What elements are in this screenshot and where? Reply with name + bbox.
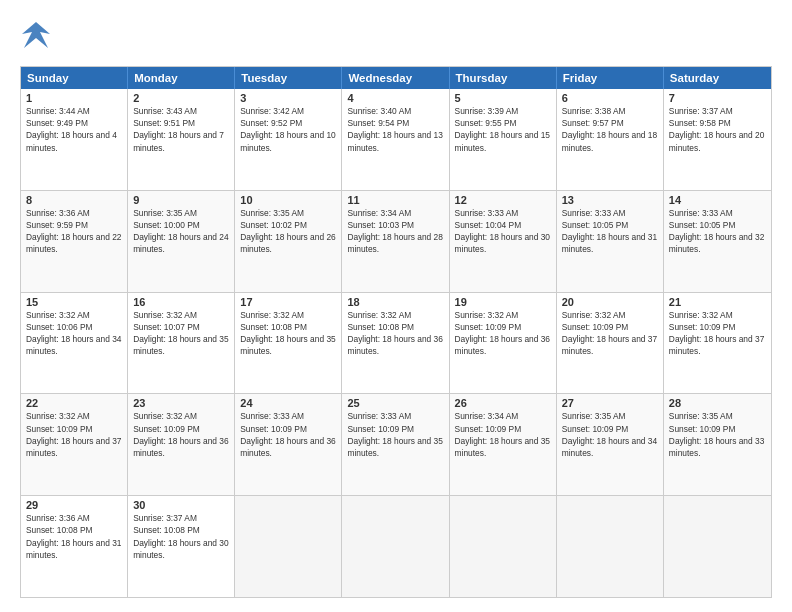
day-info: Sunrise: 3:35 AM Sunset: 10:09 PM Daylig… xyxy=(669,410,766,459)
day-number: 14 xyxy=(669,194,766,206)
svg-marker-0 xyxy=(22,22,50,48)
day-number: 26 xyxy=(455,397,551,409)
day-number: 4 xyxy=(347,92,443,104)
day-info: Sunrise: 3:33 AM Sunset: 10:05 PM Daylig… xyxy=(562,207,658,256)
day-info: Sunrise: 3:32 AM Sunset: 10:09 PM Daylig… xyxy=(455,309,551,358)
day-number: 15 xyxy=(26,296,122,308)
day-cell: 23Sunrise: 3:32 AM Sunset: 10:09 PM Dayl… xyxy=(128,394,235,495)
day-cell: 2Sunrise: 3:43 AM Sunset: 9:51 PM Daylig… xyxy=(128,89,235,190)
day-info: Sunrise: 3:37 AM Sunset: 10:08 PM Daylig… xyxy=(133,512,229,561)
day-info: Sunrise: 3:32 AM Sunset: 10:09 PM Daylig… xyxy=(669,309,766,358)
day-cell: 24Sunrise: 3:33 AM Sunset: 10:09 PM Dayl… xyxy=(235,394,342,495)
day-info: Sunrise: 3:32 AM Sunset: 10:08 PM Daylig… xyxy=(347,309,443,358)
day-number: 25 xyxy=(347,397,443,409)
day-info: Sunrise: 3:33 AM Sunset: 10:05 PM Daylig… xyxy=(669,207,766,256)
day-number: 16 xyxy=(133,296,229,308)
day-number: 12 xyxy=(455,194,551,206)
day-number: 11 xyxy=(347,194,443,206)
day-cell: 17Sunrise: 3:32 AM Sunset: 10:08 PM Dayl… xyxy=(235,293,342,394)
day-cell: 12Sunrise: 3:33 AM Sunset: 10:04 PM Dayl… xyxy=(450,191,557,292)
day-cell: 18Sunrise: 3:32 AM Sunset: 10:08 PM Dayl… xyxy=(342,293,449,394)
day-cell: 21Sunrise: 3:32 AM Sunset: 10:09 PM Dayl… xyxy=(664,293,771,394)
day-number: 13 xyxy=(562,194,658,206)
day-cell: 28Sunrise: 3:35 AM Sunset: 10:09 PM Dayl… xyxy=(664,394,771,495)
day-info: Sunrise: 3:36 AM Sunset: 10:08 PM Daylig… xyxy=(26,512,122,561)
day-number: 3 xyxy=(240,92,336,104)
calendar-week-row: 8Sunrise: 3:36 AM Sunset: 9:59 PM Daylig… xyxy=(21,190,771,292)
day-cell: 15Sunrise: 3:32 AM Sunset: 10:06 PM Dayl… xyxy=(21,293,128,394)
calendar-week-row: 15Sunrise: 3:32 AM Sunset: 10:06 PM Dayl… xyxy=(21,292,771,394)
day-number: 10 xyxy=(240,194,336,206)
calendar-grid: SundayMondayTuesdayWednesdayThursdayFrid… xyxy=(20,66,772,598)
day-info: Sunrise: 3:32 AM Sunset: 10:09 PM Daylig… xyxy=(26,410,122,459)
day-number: 7 xyxy=(669,92,766,104)
day-cell: 5Sunrise: 3:39 AM Sunset: 9:55 PM Daylig… xyxy=(450,89,557,190)
day-number: 2 xyxy=(133,92,229,104)
weekday-header: Friday xyxy=(557,67,664,89)
day-number: 22 xyxy=(26,397,122,409)
day-cell: 8Sunrise: 3:36 AM Sunset: 9:59 PM Daylig… xyxy=(21,191,128,292)
day-info: Sunrise: 3:42 AM Sunset: 9:52 PM Dayligh… xyxy=(240,105,336,154)
weekday-header: Wednesday xyxy=(342,67,449,89)
day-number: 6 xyxy=(562,92,658,104)
day-info: Sunrise: 3:44 AM Sunset: 9:49 PM Dayligh… xyxy=(26,105,122,154)
day-number: 27 xyxy=(562,397,658,409)
day-info: Sunrise: 3:35 AM Sunset: 10:02 PM Daylig… xyxy=(240,207,336,256)
day-info: Sunrise: 3:32 AM Sunset: 10:07 PM Daylig… xyxy=(133,309,229,358)
day-cell: 22Sunrise: 3:32 AM Sunset: 10:09 PM Dayl… xyxy=(21,394,128,495)
day-cell: 14Sunrise: 3:33 AM Sunset: 10:05 PM Dayl… xyxy=(664,191,771,292)
day-number: 21 xyxy=(669,296,766,308)
empty-cell xyxy=(557,496,664,597)
day-info: Sunrise: 3:36 AM Sunset: 9:59 PM Dayligh… xyxy=(26,207,122,256)
calendar-header-row: SundayMondayTuesdayWednesdayThursdayFrid… xyxy=(21,67,771,89)
day-cell: 4Sunrise: 3:40 AM Sunset: 9:54 PM Daylig… xyxy=(342,89,449,190)
day-number: 1 xyxy=(26,92,122,104)
day-number: 17 xyxy=(240,296,336,308)
header xyxy=(20,18,772,56)
empty-cell xyxy=(664,496,771,597)
day-cell: 26Sunrise: 3:34 AM Sunset: 10:09 PM Dayl… xyxy=(450,394,557,495)
day-info: Sunrise: 3:33 AM Sunset: 10:09 PM Daylig… xyxy=(347,410,443,459)
day-cell: 11Sunrise: 3:34 AM Sunset: 10:03 PM Dayl… xyxy=(342,191,449,292)
weekday-header: Saturday xyxy=(664,67,771,89)
day-number: 28 xyxy=(669,397,766,409)
day-info: Sunrise: 3:33 AM Sunset: 10:09 PM Daylig… xyxy=(240,410,336,459)
calendar-week-row: 22Sunrise: 3:32 AM Sunset: 10:09 PM Dayl… xyxy=(21,393,771,495)
day-cell: 30Sunrise: 3:37 AM Sunset: 10:08 PM Dayl… xyxy=(128,496,235,597)
day-cell: 27Sunrise: 3:35 AM Sunset: 10:09 PM Dayl… xyxy=(557,394,664,495)
day-number: 19 xyxy=(455,296,551,308)
day-cell: 1Sunrise: 3:44 AM Sunset: 9:49 PM Daylig… xyxy=(21,89,128,190)
day-number: 5 xyxy=(455,92,551,104)
day-info: Sunrise: 3:33 AM Sunset: 10:04 PM Daylig… xyxy=(455,207,551,256)
day-info: Sunrise: 3:37 AM Sunset: 9:58 PM Dayligh… xyxy=(669,105,766,154)
empty-cell xyxy=(450,496,557,597)
day-cell: 10Sunrise: 3:35 AM Sunset: 10:02 PM Dayl… xyxy=(235,191,342,292)
day-cell: 13Sunrise: 3:33 AM Sunset: 10:05 PM Dayl… xyxy=(557,191,664,292)
day-number: 9 xyxy=(133,194,229,206)
day-info: Sunrise: 3:32 AM Sunset: 10:09 PM Daylig… xyxy=(562,309,658,358)
day-info: Sunrise: 3:34 AM Sunset: 10:09 PM Daylig… xyxy=(455,410,551,459)
day-cell: 3Sunrise: 3:42 AM Sunset: 9:52 PM Daylig… xyxy=(235,89,342,190)
day-info: Sunrise: 3:34 AM Sunset: 10:03 PM Daylig… xyxy=(347,207,443,256)
day-cell: 19Sunrise: 3:32 AM Sunset: 10:09 PM Dayl… xyxy=(450,293,557,394)
day-info: Sunrise: 3:39 AM Sunset: 9:55 PM Dayligh… xyxy=(455,105,551,154)
logo xyxy=(20,18,56,56)
logo-icon xyxy=(20,20,52,56)
calendar-body: 1Sunrise: 3:44 AM Sunset: 9:49 PM Daylig… xyxy=(21,89,771,597)
day-cell: 16Sunrise: 3:32 AM Sunset: 10:07 PM Dayl… xyxy=(128,293,235,394)
weekday-header: Monday xyxy=(128,67,235,89)
day-info: Sunrise: 3:32 AM Sunset: 10:08 PM Daylig… xyxy=(240,309,336,358)
day-number: 30 xyxy=(133,499,229,511)
day-info: Sunrise: 3:35 AM Sunset: 10:00 PM Daylig… xyxy=(133,207,229,256)
calendar-page: SundayMondayTuesdayWednesdayThursdayFrid… xyxy=(0,0,792,612)
day-cell: 6Sunrise: 3:38 AM Sunset: 9:57 PM Daylig… xyxy=(557,89,664,190)
day-number: 24 xyxy=(240,397,336,409)
day-cell: 7Sunrise: 3:37 AM Sunset: 9:58 PM Daylig… xyxy=(664,89,771,190)
day-info: Sunrise: 3:35 AM Sunset: 10:09 PM Daylig… xyxy=(562,410,658,459)
day-number: 20 xyxy=(562,296,658,308)
day-number: 8 xyxy=(26,194,122,206)
empty-cell xyxy=(235,496,342,597)
day-number: 18 xyxy=(347,296,443,308)
empty-cell xyxy=(342,496,449,597)
day-info: Sunrise: 3:32 AM Sunset: 10:06 PM Daylig… xyxy=(26,309,122,358)
